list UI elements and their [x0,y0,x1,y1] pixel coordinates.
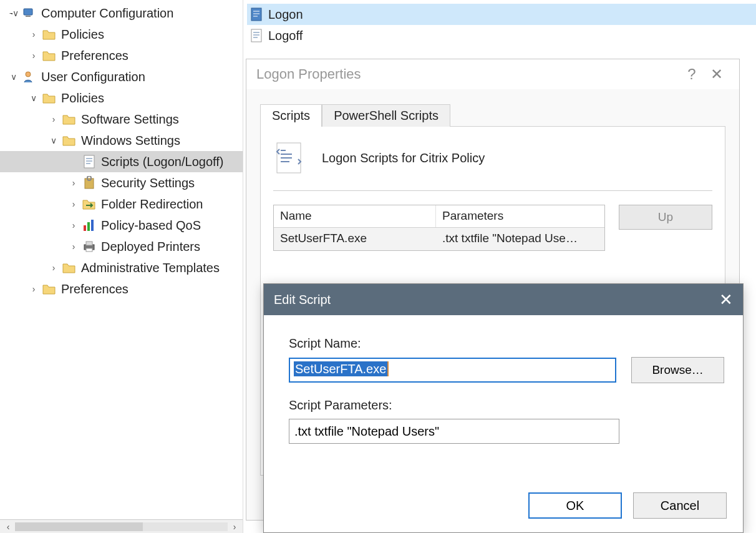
expand-icon[interactable]: › [29,29,39,39]
script-name-input[interactable] [289,358,616,383]
tree-node-deployed-printers[interactable]: › Deployed Printers [0,236,243,257]
cell-parameters: .txt txtfile "Notepad Use… [436,228,604,250]
printer-icon [82,240,96,253]
scroll-right-icon[interactable]: › [229,521,240,532]
collapse-icon[interactable]: ∨ [9,72,19,82]
tree-label: Policies [61,27,104,42]
folder-icon [42,282,56,296]
tree-node-admin-templates[interactable]: › Administrative Templates [0,257,243,278]
tree-label: Preferences [61,282,128,296]
tab-scripts[interactable]: Scripts [260,104,322,127]
tree-node-scripts[interactable]: · Scripts (Logon/Logoff) [0,151,243,172]
scroll-left-icon[interactable]: ‹ [2,521,14,532]
tree-label: Deployed Printers [101,240,200,254]
user-icon [22,70,36,84]
folder-icon [42,49,56,62]
list-item-label: Logon [268,7,303,22]
browse-button[interactable]: Browse… [631,357,724,383]
tab-label: Scripts [272,109,310,122]
script-icon [82,155,96,169]
panel-title: Logon Scripts for Citrix Policy [322,151,485,165]
tree-label: Folder Redirection [101,197,203,212]
expand-icon[interactable]: › [69,199,79,209]
svg-rect-3 [84,155,94,168]
cell-name: SetUserFTA.exe [274,228,436,250]
svg-rect-0 [24,9,32,15]
expand-icon[interactable]: › [49,114,59,124]
qos-icon [82,218,96,232]
tree-node-user-configuration[interactable]: ∨ User Configuration [0,66,243,87]
up-button[interactable]: Up [619,205,712,230]
tree-label: Computer Configuration [41,6,173,21]
tree-label: Preferences [61,49,128,63]
svg-rect-11 [91,220,94,231]
list-item-logon[interactable]: Logon [247,4,756,25]
folder-redirect-icon [82,197,96,211]
svg-rect-1 [26,16,31,17]
collapse-icon[interactable]: ∨ [49,135,59,145]
dialog-titlebar[interactable]: Edit Script ✕ [264,284,743,315]
tab-label: PowerShell Scripts [334,109,439,122]
tree-label: Policies [61,91,104,105]
expand-icon[interactable]: › [69,220,79,230]
tree-node-uc-preferences[interactable]: › Preferences [0,278,243,300]
scroll-track[interactable] [15,522,228,531]
help-button[interactable]: ? [679,66,704,83]
cancel-button[interactable]: Cancel [633,492,727,519]
ok-button[interactable]: OK [528,492,622,519]
scroll-thumb[interactable] [15,522,143,531]
svg-point-2 [26,72,31,77]
divider [273,190,712,191]
expand-icon[interactable]: › [29,51,39,61]
tree-node-folder-redirection[interactable]: › Folder Redirection [0,193,243,215]
script-list: Logon Logoff [243,0,756,46]
tree-node-windows-settings[interactable]: ∨ Windows Settings [0,130,243,151]
table-row[interactable]: SetUserFTA.exe .txt txtfile "Notepad Use… [274,228,604,250]
tree-pane: ∨ Computer Configuration › Policies › [0,0,243,533]
svg-rect-9 [84,225,86,231]
tree-node-cc-policies[interactable]: › Policies [0,24,243,45]
script-name-label: Script Name: [289,336,724,351]
column-header-parameters[interactable]: Parameters [436,205,604,227]
tree-label: Security Settings [101,176,195,190]
svg-rect-10 [87,222,90,231]
script-document-icon [273,140,304,175]
content-pane: Logon Logoff Logon Properties ? ✕ Script… [243,0,756,533]
expand-icon[interactable]: › [69,178,79,188]
folder-icon [42,27,56,41]
dialog-title: Edit Script [274,293,331,307]
script-icon [250,7,263,21]
horizontal-scrollbar[interactable]: ‹ › [0,519,243,533]
scripts-table: Name Parameters SetUserFTA.exe .txt txtf… [273,205,605,251]
column-header-name[interactable]: Name [274,205,436,227]
dialog-titlebar[interactable]: Logon Properties ? ✕ [246,59,739,89]
svg-rect-14 [86,248,92,252]
list-item-logoff[interactable]: Logoff [247,25,756,46]
script-parameters-input[interactable] [289,419,619,444]
tree-node-cc-preferences[interactable]: › Preferences [0,45,243,66]
tree-label: Administrative Templates [81,261,220,275]
tree-node-software-settings[interactable]: › Software Settings [0,109,243,130]
tree-node-qos[interactable]: › Policy-based QoS [0,215,243,236]
tree-node-security-settings[interactable]: › Security Settings [0,172,243,193]
tree-node-computer-configuration[interactable]: ∨ Computer Configuration [0,2,243,24]
list-item-label: Logoff [268,29,303,43]
expand-icon[interactable]: › [49,263,59,273]
collapse-icon[interactable]: ∨ [29,93,39,103]
svg-rect-19 [251,29,261,42]
script-parameters-label: Script Parameters: [289,398,724,413]
close-button[interactable]: ✕ [719,290,733,310]
lock-icon [82,176,96,190]
tree-label: Software Settings [81,112,179,127]
expand-icon[interactable]: › [69,242,79,252]
tree-label: Policy-based QoS [101,218,201,233]
close-button[interactable]: ✕ [704,66,729,83]
folder-icon [62,112,76,126]
tab-powershell-scripts[interactable]: PowerShell Scripts [322,104,450,127]
expand-icon[interactable]: ∨ [9,8,19,18]
expand-icon[interactable]: › [29,284,39,294]
svg-rect-15 [251,8,261,21]
tree-node-uc-policies[interactable]: ∨ Policies [0,87,243,109]
script-icon [250,29,263,42]
tree-label: Scripts (Logon/Logoff) [101,155,223,169]
